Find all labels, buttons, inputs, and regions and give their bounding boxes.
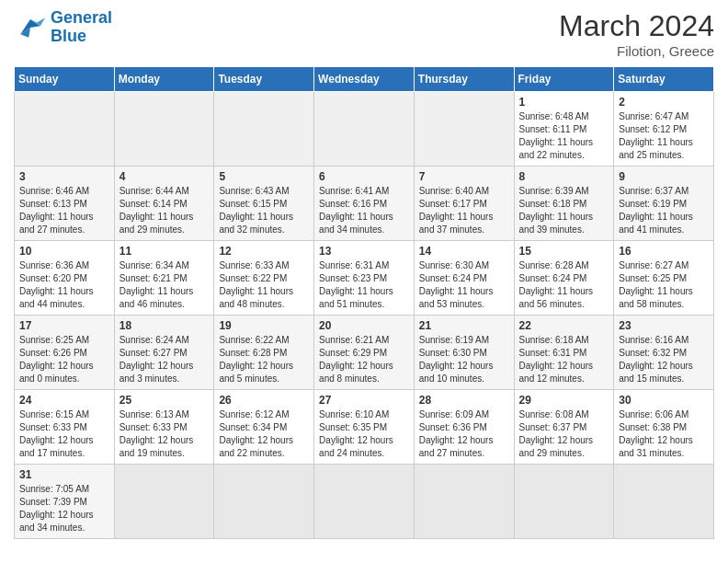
- day-cell: 26Sunrise: 6:12 AM Sunset: 6:34 PM Dayli…: [214, 390, 314, 465]
- day-info: Sunrise: 6:34 AM Sunset: 6:21 PM Dayligh…: [119, 259, 210, 311]
- day-info: Sunrise: 6:25 AM Sunset: 6:26 PM Dayligh…: [19, 334, 109, 385]
- day-cell: [414, 465, 514, 539]
- day-cell: 15Sunrise: 6:28 AM Sunset: 6:24 PM Dayli…: [514, 241, 614, 316]
- day-header-saturday: Saturday: [614, 67, 714, 92]
- day-number: 3: [19, 170, 109, 183]
- month-title: March 2024: [559, 9, 714, 43]
- day-cell: 4Sunrise: 6:44 AM Sunset: 6:14 PM Daylig…: [114, 167, 214, 241]
- day-info: Sunrise: 6:40 AM Sunset: 6:17 PM Dayligh…: [419, 185, 509, 236]
- day-cell: 9Sunrise: 6:37 AM Sunset: 6:19 PM Daylig…: [614, 167, 714, 241]
- day-number: 28: [419, 394, 509, 407]
- day-cell: 2Sunrise: 6:47 AM Sunset: 6:12 PM Daylig…: [614, 92, 714, 167]
- day-cell: 1Sunrise: 6:48 AM Sunset: 6:11 PM Daylig…: [514, 92, 614, 167]
- day-cell: 18Sunrise: 6:24 AM Sunset: 6:27 PM Dayli…: [114, 316, 214, 390]
- day-number: 24: [19, 394, 109, 407]
- day-number: 4: [119, 170, 210, 183]
- day-info: Sunrise: 6:24 AM Sunset: 6:27 PM Dayligh…: [119, 334, 210, 385]
- day-number: 25: [119, 394, 210, 407]
- day-number: 19: [219, 319, 309, 332]
- day-number: 16: [619, 245, 709, 258]
- day-cell: 30Sunrise: 6:06 AM Sunset: 6:38 PM Dayli…: [614, 390, 714, 465]
- day-cell: [414, 92, 514, 167]
- day-cell: 21Sunrise: 6:19 AM Sunset: 6:30 PM Dayli…: [414, 316, 514, 390]
- day-info: Sunrise: 6:44 AM Sunset: 6:14 PM Dayligh…: [119, 185, 210, 236]
- week-row-1: 3Sunrise: 6:46 AM Sunset: 6:13 PM Daylig…: [15, 167, 714, 241]
- week-row-0: 1Sunrise: 6:48 AM Sunset: 6:11 PM Daylig…: [15, 92, 714, 167]
- week-row-2: 10Sunrise: 6:36 AM Sunset: 6:20 PM Dayli…: [15, 241, 714, 316]
- day-number: 17: [19, 319, 109, 332]
- day-info: Sunrise: 6:06 AM Sunset: 6:38 PM Dayligh…: [619, 408, 709, 460]
- day-number: 31: [19, 468, 109, 481]
- week-row-4: 24Sunrise: 6:15 AM Sunset: 6:33 PM Dayli…: [15, 390, 714, 465]
- day-cell: 14Sunrise: 6:30 AM Sunset: 6:24 PM Dayli…: [414, 241, 514, 316]
- day-info: Sunrise: 6:22 AM Sunset: 6:28 PM Dayligh…: [219, 334, 309, 385]
- day-cell: 24Sunrise: 6:15 AM Sunset: 6:33 PM Dayli…: [15, 390, 115, 465]
- day-number: 15: [519, 245, 609, 258]
- day-info: Sunrise: 6:19 AM Sunset: 6:30 PM Dayligh…: [419, 334, 509, 385]
- day-info: Sunrise: 6:27 AM Sunset: 6:25 PM Dayligh…: [619, 259, 709, 311]
- day-number: 1: [519, 96, 609, 109]
- day-info: Sunrise: 6:31 AM Sunset: 6:23 PM Dayligh…: [319, 259, 409, 311]
- calendar-table: SundayMondayTuesdayWednesdayThursdayFrid…: [14, 66, 714, 539]
- day-number: 21: [419, 319, 509, 332]
- day-cell: [114, 465, 214, 539]
- day-cell: 11Sunrise: 6:34 AM Sunset: 6:21 PM Dayli…: [114, 241, 214, 316]
- svg-marker-0: [20, 19, 40, 34]
- day-number: 7: [419, 170, 509, 183]
- day-number: 8: [519, 170, 609, 183]
- day-number: 5: [219, 170, 309, 183]
- day-cell: 8Sunrise: 6:39 AM Sunset: 6:18 PM Daylig…: [514, 167, 614, 241]
- day-number: 2: [619, 96, 709, 109]
- day-number: 18: [119, 319, 210, 332]
- header: General Blue March 2024 Filotion, Greece: [14, 9, 714, 59]
- day-number: 10: [19, 245, 109, 258]
- day-cell: 17Sunrise: 6:25 AM Sunset: 6:26 PM Dayli…: [15, 316, 115, 390]
- day-cell: 19Sunrise: 6:22 AM Sunset: 6:28 PM Dayli…: [214, 316, 314, 390]
- day-cell: 31Sunrise: 7:05 AM Sunset: 7:39 PM Dayli…: [15, 465, 115, 539]
- day-cell: [314, 465, 415, 539]
- day-cell: 20Sunrise: 6:21 AM Sunset: 6:29 PM Dayli…: [314, 316, 415, 390]
- day-info: Sunrise: 6:13 AM Sunset: 6:33 PM Dayligh…: [119, 408, 210, 460]
- day-cell: 6Sunrise: 6:41 AM Sunset: 6:16 PM Daylig…: [314, 167, 415, 241]
- day-cell: 28Sunrise: 6:09 AM Sunset: 6:36 PM Dayli…: [414, 390, 514, 465]
- day-number: 26: [219, 394, 309, 407]
- day-info: Sunrise: 6:08 AM Sunset: 6:37 PM Dayligh…: [519, 408, 609, 460]
- title-area: March 2024 Filotion, Greece: [559, 9, 714, 59]
- day-header-monday: Monday: [114, 67, 214, 92]
- day-info: Sunrise: 6:37 AM Sunset: 6:19 PM Dayligh…: [619, 185, 709, 236]
- day-info: Sunrise: 6:16 AM Sunset: 6:32 PM Dayligh…: [619, 334, 709, 385]
- day-number: 27: [319, 394, 409, 407]
- day-header-wednesday: Wednesday: [314, 67, 415, 92]
- subtitle: Filotion, Greece: [559, 43, 714, 59]
- day-cell: 16Sunrise: 6:27 AM Sunset: 6:25 PM Dayli…: [614, 241, 714, 316]
- day-header-friday: Friday: [514, 67, 614, 92]
- day-number: 11: [119, 245, 210, 258]
- day-cell: [514, 465, 614, 539]
- day-header-sunday: Sunday: [15, 67, 115, 92]
- day-number: 29: [519, 394, 609, 407]
- day-info: Sunrise: 6:15 AM Sunset: 6:33 PM Dayligh…: [19, 408, 109, 460]
- day-cell: 7Sunrise: 6:40 AM Sunset: 6:17 PM Daylig…: [414, 167, 514, 241]
- day-info: Sunrise: 6:21 AM Sunset: 6:29 PM Dayligh…: [319, 334, 409, 385]
- day-cell: 13Sunrise: 6:31 AM Sunset: 6:23 PM Dayli…: [314, 241, 415, 316]
- day-number: 30: [619, 394, 709, 407]
- day-cell: [314, 92, 415, 167]
- day-number: 6: [319, 170, 409, 183]
- day-info: Sunrise: 6:43 AM Sunset: 6:15 PM Dayligh…: [219, 185, 309, 236]
- day-cell: 12Sunrise: 6:33 AM Sunset: 6:22 PM Dayli…: [214, 241, 314, 316]
- day-info: Sunrise: 6:28 AM Sunset: 6:24 PM Dayligh…: [519, 259, 609, 311]
- day-info: Sunrise: 6:36 AM Sunset: 6:20 PM Dayligh…: [19, 259, 109, 311]
- day-number: 9: [619, 170, 709, 183]
- day-info: Sunrise: 6:12 AM Sunset: 6:34 PM Dayligh…: [219, 408, 309, 460]
- day-cell: 3Sunrise: 6:46 AM Sunset: 6:13 PM Daylig…: [15, 167, 115, 241]
- day-cell: [214, 92, 314, 167]
- day-cell: [15, 92, 115, 167]
- day-cell: [114, 92, 214, 167]
- day-header-tuesday: Tuesday: [214, 67, 314, 92]
- day-number: 22: [519, 319, 609, 332]
- day-cell: 10Sunrise: 6:36 AM Sunset: 6:20 PM Dayli…: [15, 241, 115, 316]
- week-row-5: 31Sunrise: 7:05 AM Sunset: 7:39 PM Dayli…: [15, 465, 714, 539]
- day-number: 14: [419, 245, 509, 258]
- day-cell: 29Sunrise: 6:08 AM Sunset: 6:37 PM Dayli…: [514, 390, 614, 465]
- day-number: 23: [619, 319, 709, 332]
